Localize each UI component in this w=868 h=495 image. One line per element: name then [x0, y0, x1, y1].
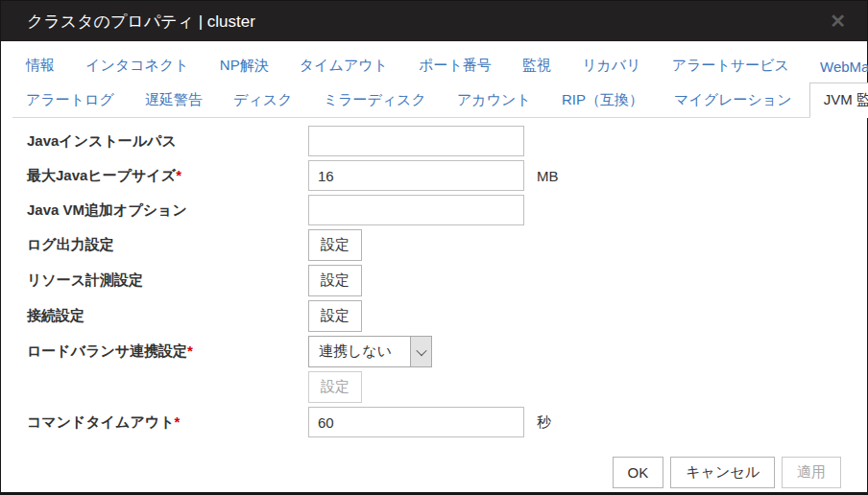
tab-mirror-disk[interactable]: ミラーディスク — [310, 83, 440, 117]
dialog-footer: OK キャンセル 適用 — [1, 441, 867, 488]
log-output-settings-label: ログ出力設定 — [27, 236, 308, 254]
tab-bar: 情報 インタコネクト NP解決 タイムアウト ポート番号 監視 リカバリ アラー… — [1, 41, 867, 118]
load-balancer-linkage-selected-option: 連携しない — [309, 342, 410, 361]
java-install-path-label: Javaインストールパス — [27, 132, 308, 151]
log-output-settings-button[interactable]: 設定 — [308, 229, 362, 261]
row-connection-settings: 接続設定 設定 — [27, 300, 841, 332]
tab-monitor[interactable]: 監視 — [509, 49, 565, 82]
ok-button[interactable]: OK — [613, 457, 664, 488]
tab-account[interactable]: アカウント — [444, 83, 544, 117]
java-vm-additional-options-input[interactable] — [308, 195, 524, 225]
tab-alert-log[interactable]: アラートログ — [12, 83, 128, 117]
tab-port-number[interactable]: ポート番号 — [405, 49, 505, 82]
tab-row-1: 情報 インタコネクト NP解決 タイムアウト ポート番号 監視 リカバリ アラー… — [12, 49, 856, 82]
max-java-heap-size-label: 最大Javaヒープサイズ* — [27, 167, 308, 185]
row-load-balancer-linkage: ロードバランサ連携設定* 連携しない — [27, 336, 841, 367]
tab-info[interactable]: 情報 — [12, 49, 68, 82]
close-icon[interactable]: ✕ — [826, 10, 850, 33]
tab-interconnect[interactable]: インタコネクト — [72, 49, 202, 82]
row-java-install-path: Javaインストールパス — [27, 126, 841, 156]
required-asterisk: * — [176, 167, 181, 183]
tab-np-resolution[interactable]: NP解決 — [206, 49, 282, 82]
tab-migration[interactable]: マイグレーション — [661, 83, 805, 117]
tab-row-2: アラートログ 遅延警告 ディスク ミラーディスク アカウント RIP（互換） マ… — [12, 82, 856, 118]
tab-rip-compat[interactable]: RIP（互換） — [548, 83, 657, 117]
cancel-button[interactable]: キャンセル — [670, 457, 775, 488]
connection-settings-label: 接続設定 — [27, 307, 308, 325]
tab-timeout[interactable]: タイムアウト — [286, 49, 401, 82]
tab-webmanager[interactable]: WebManager — [807, 51, 868, 82]
row-log-output-settings: ログ出力設定 設定 — [27, 229, 841, 261]
resource-measurement-settings-label: リソース計測設定 — [27, 271, 308, 290]
load-balancer-linkage-label: ロードバランサ連携設定* — [27, 342, 308, 361]
row-max-java-heap-size: 最大Javaヒープサイズ* MB — [27, 160, 841, 191]
row-load-balancer-linkage-settings: 設定 — [27, 371, 841, 403]
dialog-titlebar: クラスタのプロパティ | cluster ✕ — [1, 1, 867, 41]
row-resource-measurement-settings: リソース計測設定 設定 — [27, 265, 841, 296]
load-balancer-linkage-select[interactable]: 連携しない — [308, 336, 432, 367]
load-balancer-linkage-settings-button: 設定 — [308, 371, 362, 403]
chevron-down-icon — [410, 337, 431, 366]
connection-settings-button[interactable]: 設定 — [308, 300, 362, 332]
max-java-heap-size-input[interactable] — [308, 160, 524, 191]
tab-disk[interactable]: ディスク — [220, 83, 305, 117]
max-java-heap-size-unit: MB — [537, 168, 559, 184]
dialog-title: クラスタのプロパティ | cluster — [27, 11, 255, 33]
cluster-properties-dialog: クラスタのプロパティ | cluster ✕ 情報 インタコネクト NP解決 タ… — [0, 0, 868, 495]
java-install-path-input[interactable] — [308, 126, 524, 156]
apply-button: 適用 — [782, 457, 841, 488]
tab-jvm-monitor[interactable]: JVM 監視 — [809, 82, 868, 118]
tab-delay-warning[interactable]: 遅延警告 — [132, 83, 216, 117]
resource-measurement-settings-button[interactable]: 設定 — [308, 265, 362, 296]
command-timeout-unit: 秒 — [537, 413, 551, 432]
required-asterisk: * — [175, 413, 181, 430]
command-timeout-label: コマンドタイムアウト* — [27, 413, 308, 432]
jvm-monitor-form: Javaインストールパス 最大Javaヒープサイズ* MB Java VM追加オ… — [1, 118, 867, 441]
java-vm-additional-options-label: Java VM追加オプション — [27, 201, 308, 220]
row-command-timeout: コマンドタイムアウト* 秒 — [27, 407, 841, 437]
row-java-vm-additional-options: Java VM追加オプション — [27, 195, 841, 225]
required-asterisk: * — [187, 342, 193, 359]
tab-alert-service[interactable]: アラートサービス — [659, 49, 803, 82]
tab-recovery[interactable]: リカバリ — [568, 49, 654, 82]
command-timeout-input[interactable] — [308, 407, 524, 437]
